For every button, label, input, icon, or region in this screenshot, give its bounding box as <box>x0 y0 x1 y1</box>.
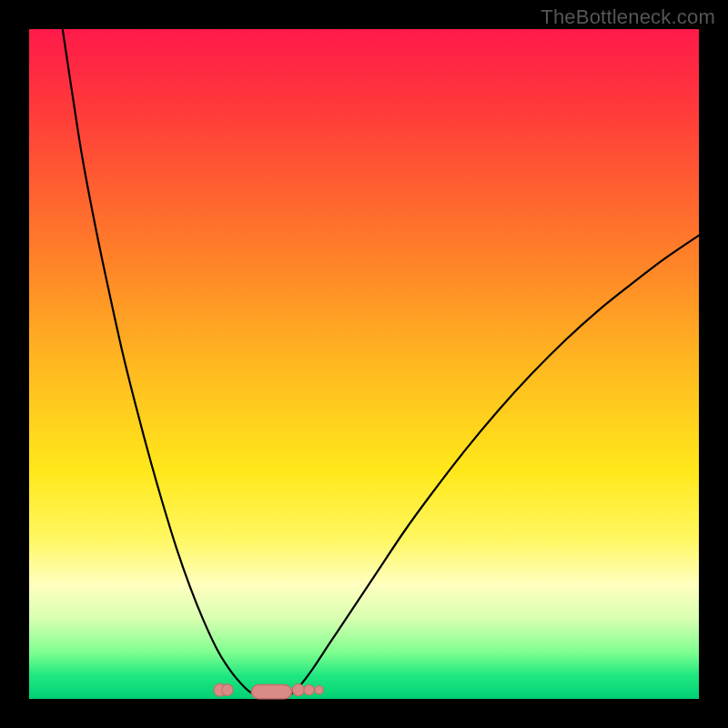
optimal-band <box>251 685 291 699</box>
band-marker <box>304 685 314 695</box>
band-marker <box>292 684 304 696</box>
chart-container: TheBottleneck.com <box>0 0 728 728</box>
watermark-text: TheBottleneck.com <box>541 5 715 29</box>
bottleneck-chart <box>0 0 728 728</box>
band-marker <box>222 684 234 696</box>
band-marker <box>315 686 323 694</box>
gradient-background <box>29 29 699 699</box>
